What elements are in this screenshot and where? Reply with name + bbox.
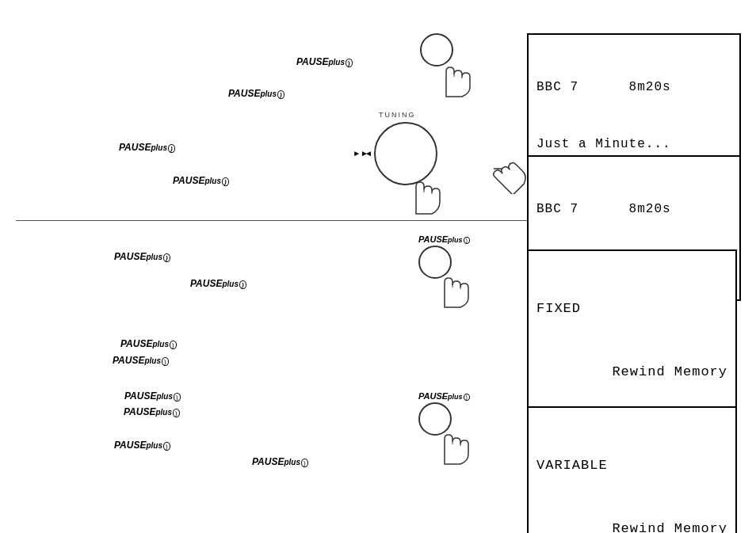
lcd-variable: VARIABLE Rewind Memory	[527, 406, 737, 533]
fixed-label2: Rewind Memory	[536, 362, 727, 383]
logo-top-3: PAUSEplus)	[119, 139, 175, 154]
lcd1-line2: Just a Minute...	[536, 135, 731, 154]
hand-pointer-fixed	[438, 268, 474, 311]
logo-fixed-2: PAUSEplus)	[190, 276, 246, 290]
arrow-right: ►►	[353, 149, 368, 158]
logo-var-4: PAUSEplus)	[124, 404, 180, 418]
hand-lcd2-area	[491, 150, 531, 197]
fixed-label1: FIXED	[536, 299, 727, 319]
hand-pointer-variable	[438, 424, 474, 468]
logo-top-1: PAUSEplus)	[296, 54, 353, 68]
logo-top-4: PAUSEplus)	[173, 173, 229, 187]
lcd1-line1: BBC 7 8m20s	[536, 78, 731, 97]
logo-var-2: PAUSEplus)	[113, 352, 169, 367]
lcd2-line1: BBC 7 8m20s	[536, 200, 731, 219]
logo-var-btn: PAUSEplus)	[418, 388, 470, 402]
hand-pointer-top-right	[440, 57, 475, 101]
logo-var-3: PAUSEplus)	[124, 388, 181, 402]
variable-label1: VARIABLE	[536, 455, 727, 476]
logo-var-5: PAUSEplus)	[114, 437, 170, 451]
logo-top-2: PAUSEplus)	[228, 86, 284, 100]
logo-fixed-1: PAUSEplus)	[114, 249, 170, 263]
variable-label2: Rewind Memory	[536, 519, 727, 534]
hand-pointer-top	[408, 170, 448, 218]
logo-var-6: PAUSEplus)	[252, 454, 308, 468]
logo-fixed-btn: PAUSEplus)	[418, 231, 470, 246]
logo-var-1: PAUSEplus)	[120, 336, 177, 350]
tuning-label: TUNING	[379, 111, 416, 119]
lcd-fixed: FIXED Rewind Memory	[527, 249, 737, 409]
